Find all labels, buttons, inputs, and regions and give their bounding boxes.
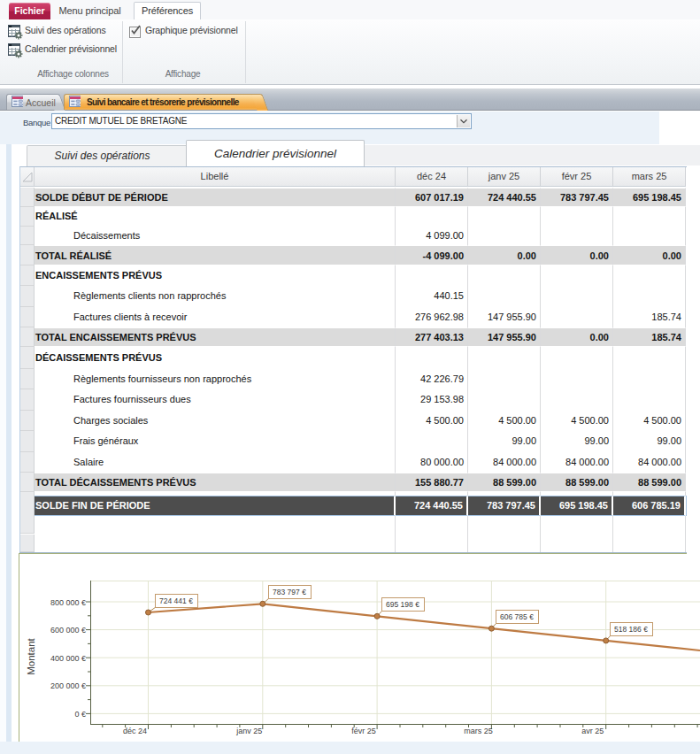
svg-text:695 198 €: 695 198 €	[386, 600, 419, 609]
svg-text:0 €: 0 €	[74, 710, 86, 719]
svg-text:600 000 €: 600 000 €	[50, 626, 86, 635]
svg-text:724 441 €: 724 441 €	[159, 596, 193, 605]
svg-text:783 797 €: 783 797 €	[273, 588, 306, 596]
svg-text:avr 25: avr 25	[581, 727, 604, 735]
svg-text:janv 25: janv 25	[235, 727, 262, 735]
svg-text:févr 25: févr 25	[351, 727, 376, 735]
svg-text:déc 24: déc 24	[123, 727, 147, 735]
svg-text:518 186 €: 518 186 €	[614, 625, 648, 634]
svg-text:800 000 €: 800 000 €	[50, 598, 86, 607]
svg-text:200 000 €: 200 000 €	[50, 681, 86, 690]
svg-text:606 785 €: 606 785 €	[500, 612, 534, 621]
svg-text:400 000 €: 400 000 €	[50, 654, 86, 663]
svg-text:mars 25: mars 25	[464, 727, 493, 735]
svg-text:Montant: Montant	[26, 637, 36, 674]
